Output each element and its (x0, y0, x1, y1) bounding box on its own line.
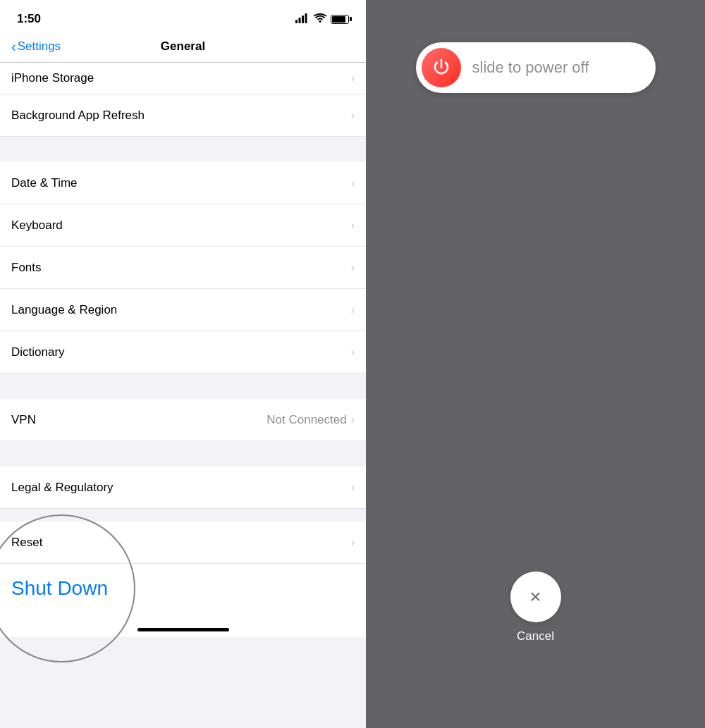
setting-label: Fonts (11, 261, 351, 275)
home-bar (137, 628, 229, 631)
iphone-storage-row[interactable]: iPhone Storage › (0, 63, 366, 94)
chevron-icon: › (351, 536, 355, 549)
page-title: General (161, 39, 205, 54)
battery-icon (331, 15, 349, 24)
reset-label: Reset (11, 536, 351, 550)
setting-label: VPN (11, 413, 266, 427)
list-item[interactable]: Legal & Regulatory › (0, 467, 366, 509)
list-item[interactable]: VPN Not Connected › (0, 399, 366, 441)
back-chevron-icon: ‹ (11, 39, 16, 54)
setting-label: Legal & Regulatory (11, 481, 351, 495)
setting-label: Dictionary (11, 345, 351, 359)
iphone-storage-label: iPhone Storage (11, 71, 351, 85)
section-spacer-small (0, 509, 366, 522)
cancel-label: Cancel (517, 629, 554, 643)
chevron-icon: › (351, 109, 355, 122)
shut-down-row[interactable]: Shut Down (0, 564, 366, 613)
chevron-icon: › (351, 304, 355, 316)
section-spacer (0, 137, 366, 162)
settings-list: iPhone Storage › Background App Refresh … (0, 63, 366, 728)
section-spacer (0, 441, 366, 467)
settings-panel: 1:50 (0, 0, 366, 728)
chevron-icon: › (351, 177, 355, 190)
setting-label: Language & Region (11, 303, 351, 317)
wifi-icon (314, 13, 326, 25)
chevron-icon: › (351, 481, 355, 494)
nav-bar: ‹ Settings General (0, 34, 366, 63)
battery-fill (332, 16, 345, 23)
svg-rect-0 (295, 20, 298, 23)
home-indicator (0, 613, 366, 637)
shut-down-label: Shut Down (11, 577, 108, 600)
chevron-icon: › (351, 414, 355, 426)
chevron-icon: › (351, 261, 355, 274)
power-off-text: slide to power off (472, 58, 589, 77)
list-item[interactable]: Date & Time › (0, 162, 366, 204)
svg-point-4 (319, 20, 321, 23)
setting-label: Background App Refresh (11, 109, 351, 123)
setting-label: Date & Time (11, 176, 351, 190)
reset-row[interactable]: Reset › (0, 522, 366, 564)
shut-down-container: Shut Down (0, 564, 366, 613)
list-item[interactable]: Background App Refresh › (0, 94, 366, 137)
list-item[interactable]: Keyboard › (0, 204, 366, 247)
section-spacer (0, 374, 366, 399)
setting-value: Not Connected (266, 413, 346, 427)
power-icon (431, 58, 451, 78)
signal-icon (295, 13, 309, 25)
power-button-circle (422, 48, 461, 87)
power-off-slider[interactable]: slide to power off (416, 42, 656, 93)
setting-label: Keyboard (11, 218, 351, 233)
back-label: Settings (18, 39, 61, 54)
svg-rect-3 (305, 13, 307, 23)
chevron-icon: › (351, 72, 355, 85)
list-item[interactable]: Dictionary › (0, 331, 366, 374)
cancel-button[interactable]: × (510, 572, 561, 622)
back-button[interactable]: ‹ Settings (11, 39, 61, 54)
svg-rect-2 (302, 16, 304, 23)
status-icons (295, 13, 349, 25)
status-bar: 1:50 (0, 0, 366, 34)
list-item[interactable]: Language & Region › (0, 289, 366, 331)
svg-rect-1 (299, 18, 301, 23)
cancel-container: × Cancel (510, 572, 561, 643)
status-time: 1:50 (17, 12, 41, 26)
chevron-icon: › (351, 346, 355, 359)
chevron-icon: › (351, 219, 355, 232)
cancel-x-icon: × (529, 587, 541, 607)
list-item[interactable]: Fonts › (0, 247, 366, 289)
power-off-panel: slide to power off × Cancel (366, 0, 705, 728)
